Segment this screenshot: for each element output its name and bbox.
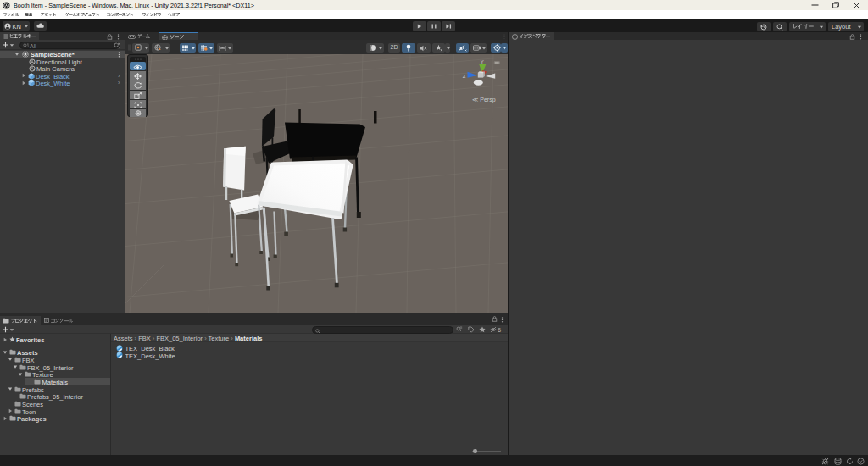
svg-text:Z: Z (463, 73, 466, 78)
svg-text:6: 6 (498, 326, 501, 333)
svg-text:≪ Persp: ≪ Persp (472, 96, 496, 103)
svg-text:Y: Y (481, 58, 484, 64)
